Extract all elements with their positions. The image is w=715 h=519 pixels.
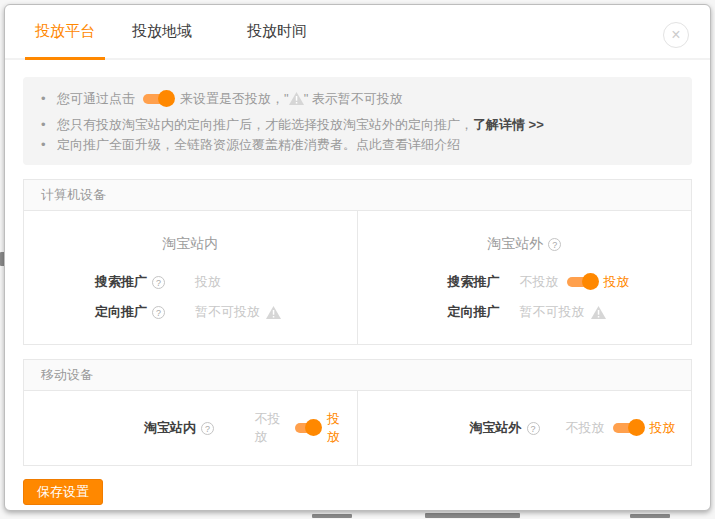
mobile-panel-title: 移动设备: [24, 360, 691, 391]
row-label: 搜索推广: [448, 273, 520, 291]
row-label: 淘宝站内?: [144, 419, 230, 437]
toggle-off-label: 不投放: [254, 410, 286, 446]
close-icon[interactable]: ×: [663, 22, 689, 48]
help-icon[interactable]: ?: [152, 306, 165, 319]
tab-delivery-platform[interactable]: 投放平台: [25, 5, 105, 60]
targeted-promotion-row: 定向推广? 暂不可投放: [24, 297, 357, 327]
computer-panel-title: 计算机设备: [24, 180, 691, 211]
toggle-off-label: 不投放: [566, 419, 605, 437]
tab-delivery-region[interactable]: 投放地域: [122, 5, 202, 58]
save-settings-button[interactable]: 保存设置: [23, 479, 103, 505]
column-title-taobao-offsite: 淘宝站外?: [358, 211, 692, 253]
mobile-taobao-offsite-column: 淘宝站外? 不投放投放: [358, 391, 692, 465]
targeted-promotion-row: 定向推广 暂不可投放: [358, 297, 692, 327]
toggle-off-label: 不投放: [520, 273, 559, 291]
toggle-on-label: 投放: [650, 419, 676, 437]
delivery-settings-dialog: 投放平台 投放地域 投放时间 × 您可通过点击来设置是否投放，"" 表示暂不可投…: [4, 4, 711, 511]
bullet-icon: [41, 135, 57, 155]
delivery-toggle-group: 不投放投放: [254, 410, 356, 446]
warning-icon: [289, 92, 304, 105]
computer-taobao-onsite-column: 淘宝站内 搜索推广? 投放 定向推广? 暂不可投放: [24, 211, 358, 344]
row-label: 搜索推广?: [95, 273, 195, 291]
delivery-toggle[interactable]: [295, 423, 319, 433]
help-icon[interactable]: ?: [152, 276, 165, 289]
page-background: 投放平台 投放地域 投放时间 × 您可通过点击来设置是否投放，"" 表示暂不可投…: [0, 0, 715, 519]
delivery-status-text: 投放: [195, 273, 227, 291]
tab-delivery-time[interactable]: 投放时间: [237, 5, 317, 58]
mobile-offsite-row: 淘宝站外? 不投放投放: [358, 391, 692, 465]
row-label: 定向推广?: [95, 303, 195, 321]
background-page-fragment: [312, 514, 352, 518]
unavailable-status: 暂不可投放: [195, 303, 287, 321]
mobile-onsite-row: 淘宝站内? 不投放投放: [24, 391, 357, 465]
notice-line-1: 您可通过点击来设置是否投放，"" 表示暂不可投放: [41, 89, 674, 109]
delivery-toggle[interactable]: [567, 277, 596, 287]
unavailable-status: 暂不可投放: [520, 303, 612, 321]
search-promotion-row: 搜索推广 不投放投放: [358, 267, 692, 297]
column-title-taobao-onsite: 淘宝站内: [24, 211, 357, 253]
toggle-example-icon: [143, 94, 172, 104]
bullet-icon: [41, 115, 57, 135]
help-icon[interactable]: ?: [527, 422, 540, 435]
learn-more-link[interactable]: 了解详情 >>: [473, 117, 544, 132]
delivery-toggle[interactable]: [613, 423, 642, 433]
delivery-toggle-group: 不投放投放: [566, 419, 684, 437]
row-label: 淘宝站外?: [470, 419, 542, 437]
computer-devices-panel: 计算机设备 淘宝站内 搜索推广? 投放 定向推广? 暂不可投放 淘宝站外?: [23, 179, 692, 345]
help-icon[interactable]: ?: [201, 422, 214, 435]
notice-line-3: 定向推广全面升级，全链路资源位覆盖精准消费者。点此查看详细介绍: [41, 135, 674, 155]
bullet-icon: [41, 89, 57, 109]
computer-taobao-offsite-column: 淘宝站外? 搜索推广 不投放投放 定向推广 暂不可投放: [358, 211, 692, 344]
toggle-on-label: 投放: [327, 410, 349, 446]
search-promotion-row: 搜索推广? 投放: [24, 267, 357, 297]
mobile-taobao-onsite-column: 淘宝站内? 不投放投放: [24, 391, 358, 465]
tab-bar: 投放平台 投放地域 投放时间 ×: [5, 5, 710, 60]
toggle-on-label: 投放: [604, 273, 630, 291]
background-page-fragment: [425, 513, 520, 518]
row-label: 定向推广: [448, 303, 520, 321]
warning-icon: [266, 306, 281, 319]
mobile-devices-panel: 移动设备 淘宝站内? 不投放投放 淘宝站外? 不投放投放: [23, 359, 692, 466]
background-page-fragment: [630, 514, 670, 518]
notice-box: 您可通过点击来设置是否投放，"" 表示暂不可投放 您只有投放淘宝站内的定向推广后…: [23, 77, 692, 165]
detail-intro-link[interactable]: 点此查看详细介绍: [356, 137, 460, 152]
notice-line-2: 您只有投放淘宝站内的定向推广后，才能选择投放淘宝站外的定向推广，了解详情 >>: [41, 115, 674, 135]
warning-icon: [591, 306, 606, 319]
help-icon[interactable]: ?: [548, 238, 561, 251]
delivery-toggle-group: 不投放投放: [520, 273, 638, 291]
